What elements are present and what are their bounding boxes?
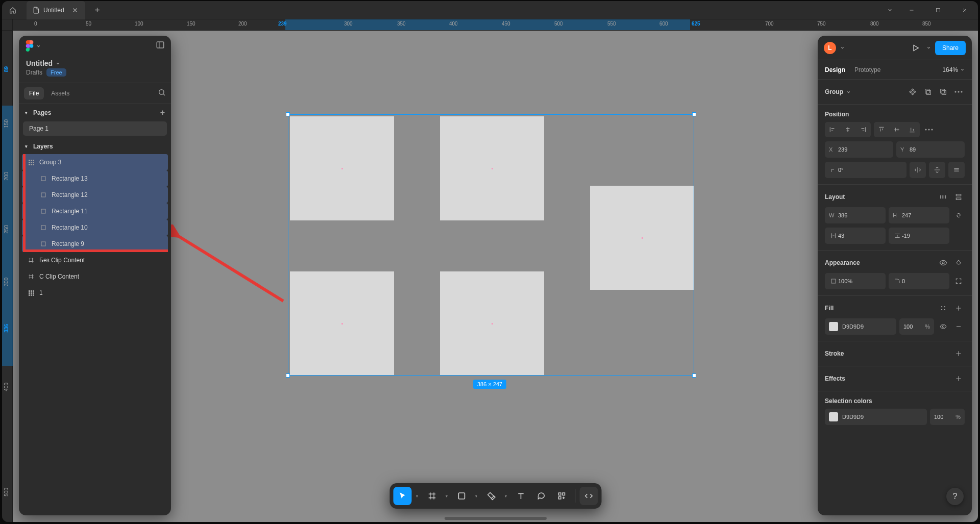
- selection-handle[interactable]: [692, 112, 696, 116]
- radius-input[interactable]: 0: [889, 273, 949, 289]
- selection-handle[interactable]: [692, 373, 696, 378]
- caret-down-icon[interactable]: ▾: [25, 144, 31, 149]
- copy-button[interactable]: [937, 86, 949, 98]
- tab-design[interactable]: Design: [825, 66, 845, 73]
- canvas[interactable]: Untitled Drafts Free File Assets: [13, 31, 978, 522]
- tab-assets[interactable]: Assets: [46, 87, 75, 99]
- blend-button[interactable]: [952, 257, 965, 269]
- gap-h-input[interactable]: 43: [825, 228, 886, 244]
- chevron-down-icon[interactable]: [926, 45, 931, 50]
- doc-title[interactable]: Untitled: [26, 59, 53, 67]
- selcolor-input[interactable]: D9D9D9: [825, 409, 927, 425]
- chevron-down-icon[interactable]: [56, 61, 60, 66]
- align-vcenter-button[interactable]: [889, 122, 904, 137]
- flip-h-button[interactable]: [910, 162, 926, 178]
- autolayout-v-button[interactable]: [952, 191, 965, 203]
- present-button[interactable]: [909, 41, 922, 55]
- selection-handle[interactable]: [286, 112, 290, 116]
- fill-styles-button[interactable]: [937, 302, 949, 314]
- opacity-input[interactable]: 100%: [825, 273, 886, 289]
- shape-tool-caret[interactable]: ▾: [473, 494, 480, 498]
- search-button[interactable]: [158, 88, 166, 98]
- layer-item[interactable]: Group 3: [22, 154, 168, 170]
- fill-color-input[interactable]: D9D9D9: [825, 318, 896, 335]
- user-avatar[interactable]: L: [824, 42, 836, 54]
- align-more-button[interactable]: [923, 123, 935, 136]
- help-button[interactable]: ?: [946, 488, 964, 505]
- close-window-button[interactable]: [951, 1, 978, 19]
- tab-close-button[interactable]: [71, 6, 79, 14]
- tab-prototype[interactable]: Prototype: [854, 66, 880, 73]
- home-button[interactable]: [2, 1, 23, 19]
- y-input[interactable]: Y89: [896, 141, 965, 158]
- selcolor-opacity-input[interactable]: 100 %: [930, 409, 965, 425]
- flip-v-button[interactable]: [929, 162, 945, 178]
- selection-frame[interactable]: [288, 114, 694, 376]
- layer-item[interactable]: Без Clip Content: [22, 252, 168, 268]
- main-menu-button[interactable]: [25, 40, 41, 52]
- gap-v-input[interactable]: -19: [889, 228, 949, 244]
- horizontal-ruler[interactable]: 0501001502002393003504004505005506006257…: [2, 19, 978, 31]
- component-button[interactable]: [906, 86, 919, 98]
- layer-item[interactable]: C Clip Content: [22, 268, 168, 285]
- chevron-down-icon[interactable]: [846, 90, 851, 94]
- shape-tool[interactable]: [452, 487, 471, 505]
- selection-handle[interactable]: [286, 373, 290, 378]
- more-button[interactable]: [952, 86, 965, 98]
- rotation-input[interactable]: 0°: [825, 162, 906, 178]
- comment-tool[interactable]: [532, 487, 550, 505]
- chevron-down-icon[interactable]: [840, 45, 845, 50]
- x-input[interactable]: X239: [825, 141, 893, 158]
- align-top-button[interactable]: [874, 122, 889, 137]
- autolayout-h-button[interactable]: [937, 191, 949, 203]
- move-tool-caret[interactable]: ▾: [413, 494, 421, 498]
- constrain-button[interactable]: [952, 209, 965, 221]
- frame-tool-caret[interactable]: ▾: [443, 494, 450, 498]
- add-stroke-button[interactable]: [952, 347, 965, 360]
- minimize-button[interactable]: [898, 1, 925, 19]
- layer-item[interactable]: Rectangle 12: [22, 187, 168, 203]
- height-input[interactable]: H247: [889, 207, 949, 223]
- caret-down-icon[interactable]: ▾: [25, 110, 31, 115]
- align-right-button[interactable]: [855, 122, 871, 137]
- align-bottom-button[interactable]: [904, 122, 920, 137]
- breadcrumb-drafts[interactable]: Drafts: [26, 69, 42, 76]
- actions-tool[interactable]: [552, 487, 571, 505]
- individual-corners-button[interactable]: [952, 275, 965, 287]
- layer-item[interactable]: Rectangle 10: [22, 219, 168, 236]
- align-hcenter-button[interactable]: [840, 122, 855, 137]
- visibility-button[interactable]: [937, 257, 949, 269]
- mask-button[interactable]: [922, 86, 934, 98]
- toggle-sidebar-button[interactable]: [156, 40, 165, 52]
- add-effect-button[interactable]: [952, 372, 965, 385]
- pen-tool[interactable]: [482, 487, 500, 505]
- move-tool[interactable]: [393, 487, 411, 505]
- layer-item[interactable]: Rectangle 9: [22, 236, 168, 252]
- tab-file[interactable]: File: [24, 87, 44, 99]
- horizontal-scrollbar[interactable]: [445, 517, 547, 520]
- text-tool[interactable]: [511, 487, 530, 505]
- add-fill-button[interactable]: [952, 302, 965, 314]
- layer-item[interactable]: Rectangle 13: [22, 170, 168, 187]
- fill-opacity-input[interactable]: 100 %: [899, 318, 934, 335]
- frame-tool[interactable]: [423, 487, 441, 505]
- share-button[interactable]: Share: [935, 41, 966, 55]
- page-item[interactable]: Page 1: [23, 121, 167, 136]
- maximize-button[interactable]: [925, 1, 951, 19]
- dev-mode-toggle[interactable]: [579, 487, 598, 505]
- width-input[interactable]: W386: [825, 207, 886, 223]
- vertical-ruler[interactable]: 89150200250300336400500: [2, 31, 13, 522]
- tidy-button[interactable]: [948, 162, 965, 178]
- new-tab-button[interactable]: [88, 1, 107, 19]
- plan-badge[interactable]: Free: [46, 68, 66, 77]
- add-page-button[interactable]: +: [160, 108, 165, 117]
- align-left-button[interactable]: [825, 122, 840, 137]
- layer-item[interactable]: 1: [22, 285, 168, 301]
- layer-item[interactable]: Rectangle 11: [22, 203, 168, 219]
- pen-tool-caret[interactable]: ▾: [502, 494, 509, 498]
- zoom-control[interactable]: 164%: [942, 66, 965, 73]
- file-tab[interactable]: Untitled: [27, 1, 85, 19]
- window-dropdown[interactable]: [881, 1, 898, 19]
- fill-visibility-button[interactable]: [937, 320, 949, 333]
- remove-fill-button[interactable]: [952, 320, 965, 333]
